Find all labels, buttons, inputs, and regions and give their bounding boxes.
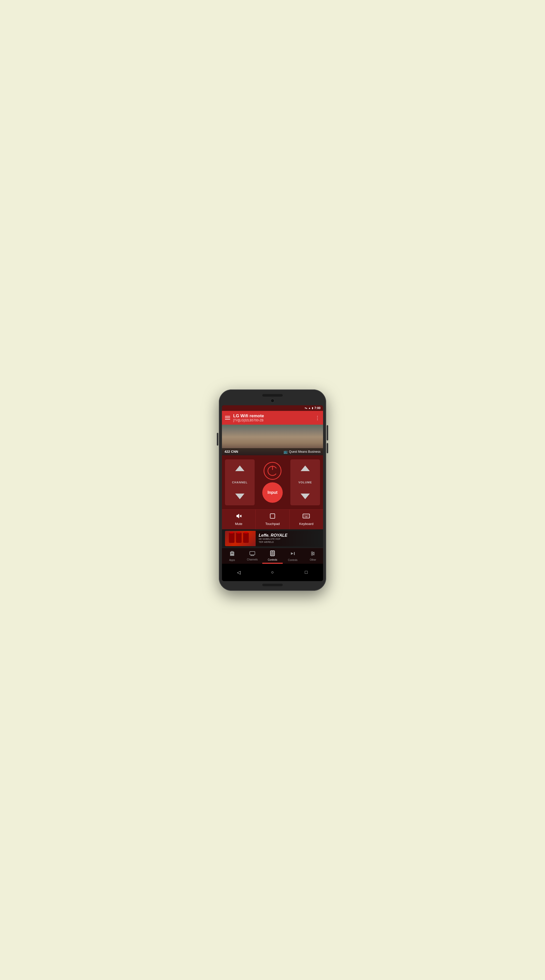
- channels-icon: [250, 551, 255, 557]
- svg-point-32: [271, 553, 272, 554]
- app-bar-title: LG Wifi remote [TV][LG]32LB5700-ZB: [233, 414, 312, 422]
- volume-down-button[interactable]: [327, 443, 328, 453]
- more-options-button[interactable]: ⋮: [315, 415, 320, 421]
- phone-screen: ▾▴ ▲ ▮ 7:00 LG Wifi remote [TV][LG]32LB5…: [222, 405, 323, 581]
- ad-image: [225, 531, 256, 546]
- active-indicator: [262, 563, 282, 563]
- controls2-icon: [290, 551, 295, 558]
- input-button[interactable]: Input: [262, 482, 283, 503]
- power-button[interactable]: [264, 462, 281, 480]
- channel-down-button[interactable]: [233, 490, 246, 503]
- tab-controls2[interactable]: Controls: [283, 548, 303, 564]
- tab-controls-label: Controls: [268, 558, 277, 561]
- svg-rect-17: [237, 532, 241, 533]
- svg-marker-38: [291, 552, 293, 555]
- svg-point-33: [272, 553, 273, 554]
- apps-icon: [229, 551, 235, 558]
- volume-down-icon: [301, 493, 310, 499]
- tab-other[interactable]: Other: [303, 548, 323, 564]
- tab-controls[interactable]: Controls: [262, 548, 282, 564]
- svg-rect-22: [233, 553, 233, 554]
- tab-other-label: Other: [310, 558, 316, 561]
- ad-brand: Leffe. ROYALE: [259, 533, 317, 538]
- tv-preview-overlay: 422 CNN 📺 Quest Means Business: [222, 448, 323, 455]
- mute-button[interactable]: Mute: [222, 510, 256, 529]
- tab-channels[interactable]: Channels: [242, 548, 262, 564]
- phone-frame: ▾▴ ▲ ▮ 7:00 LG Wifi remote [TV][LG]32LB5…: [219, 390, 326, 591]
- svg-point-29: [271, 552, 272, 553]
- touchpad-icon: [270, 513, 275, 520]
- recents-button[interactable]: □: [301, 567, 311, 578]
- svg-rect-21: [232, 553, 233, 554]
- tv-preview[interactable]: 422 CNN 📺 Quest Means Business: [222, 425, 323, 455]
- svg-point-34: [273, 553, 274, 554]
- svg-rect-18: [243, 533, 249, 543]
- svg-point-35: [271, 554, 272, 555]
- svg-rect-6: [303, 514, 309, 518]
- status-time: 7:00: [314, 406, 320, 410]
- program-info: 📺 Quest Means Business: [284, 450, 320, 454]
- ad-banner[interactable]: Leffe. ROYALE DE NOBELSTE HOPTER WERELD: [222, 529, 323, 548]
- mute-label: Mute: [235, 522, 242, 526]
- nav-tabs: Apps Channels: [222, 548, 323, 564]
- tab-apps[interactable]: Apps: [222, 548, 242, 564]
- hamburger-button[interactable]: [225, 416, 230, 420]
- home-button[interactable]: ○: [268, 567, 277, 578]
- signal-icon: ▲: [308, 407, 311, 409]
- ad-inner: Leffe. ROYALE DE NOBELSTE HOPTER WERELD: [225, 531, 320, 546]
- svg-rect-19: [244, 532, 248, 533]
- channel-label: CHANNEL: [232, 481, 248, 484]
- svg-rect-23: [250, 552, 255, 555]
- battery-icon: ▮: [312, 407, 313, 409]
- status-bar: ▾▴ ▲ ▮ 7:00: [222, 405, 323, 411]
- main-controls: CHANNEL Input: [225, 460, 320, 505]
- touchpad-label: Touchpad: [265, 522, 280, 526]
- svg-rect-15: [230, 532, 233, 533]
- back-button[interactable]: ◁: [234, 567, 244, 578]
- volume-up-button[interactable]: [299, 462, 312, 475]
- svg-rect-39: [294, 552, 295, 555]
- svg-point-31: [273, 552, 274, 553]
- tab-controls2-label: Controls: [288, 558, 298, 562]
- svg-point-36: [272, 554, 273, 555]
- ad-text-area: Leffe. ROYALE DE NOBELSTE HOPTER WERELD: [256, 531, 320, 546]
- bottom-controls: Mute Touchpad: [222, 509, 323, 529]
- touchpad-button[interactable]: Touchpad: [256, 510, 289, 529]
- speaker-bottom: [262, 584, 283, 586]
- svg-rect-20: [231, 553, 232, 554]
- svg-point-44: [313, 553, 314, 554]
- hamburger-line-1: [225, 416, 230, 417]
- power-icon: [266, 465, 279, 477]
- svg-marker-2: [236, 514, 239, 518]
- mute-icon: [236, 513, 242, 520]
- svg-rect-14: [229, 533, 234, 543]
- app-bar: LG Wifi remote [TV][LG]32LB5700-ZB ⋮: [222, 411, 323, 425]
- channel-up-button[interactable]: [233, 462, 246, 475]
- program-name: Quest Means Business: [289, 450, 320, 453]
- wifi-icon: ▾▴: [305, 407, 307, 409]
- channel-info: 422 CNN: [225, 450, 238, 453]
- volume-label: VOLUME: [298, 481, 312, 484]
- svg-rect-28: [271, 552, 274, 552]
- tab-channels-label: Channels: [247, 558, 258, 561]
- keyboard-button[interactable]: Keyboard: [290, 510, 323, 529]
- power-side-button[interactable]: [217, 433, 218, 445]
- svg-rect-16: [236, 533, 242, 543]
- channel-down-icon: [235, 493, 244, 499]
- svg-point-37: [273, 554, 274, 555]
- status-icons: ▾▴ ▲ ▮ 7:00: [305, 406, 320, 410]
- volume-down-button[interactable]: [299, 490, 312, 503]
- app-subtitle: [TV][LG]32LB5700-ZB: [233, 418, 312, 422]
- system-nav: ◁ ○ □: [222, 564, 323, 581]
- other-icon: [310, 551, 316, 557]
- speaker-top: [262, 394, 283, 396]
- center-controls: Input: [257, 460, 288, 505]
- hamburger-line-2: [225, 417, 230, 418]
- ad-tagline: DE NOBELSTE HOPTER WERELD: [259, 538, 317, 544]
- keyboard-label: Keyboard: [299, 522, 313, 526]
- channel-control: CHANNEL: [225, 460, 255, 505]
- svg-rect-5: [270, 514, 275, 518]
- svg-point-43: [312, 552, 313, 553]
- volume-up-button[interactable]: [327, 425, 328, 441]
- volume-control: VOLUME: [290, 460, 320, 505]
